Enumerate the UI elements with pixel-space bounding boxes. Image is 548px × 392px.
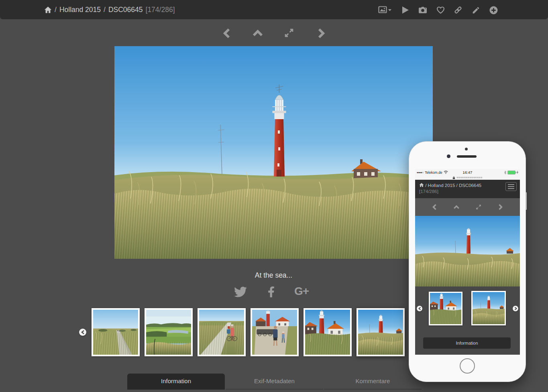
phone-power-button	[526, 192, 527, 210]
phone-information-button: Information	[423, 337, 511, 349]
previous-photo-button[interactable]	[222, 28, 231, 39]
home-icon[interactable]	[44, 6, 52, 14]
edit-pencil-button[interactable]	[471, 5, 481, 15]
slideshow-play-button[interactable]	[400, 5, 410, 15]
facebook-share-icon[interactable]	[268, 286, 275, 298]
next-photo-icon	[498, 204, 503, 210]
thumbnail-dune-path[interactable]	[92, 308, 140, 356]
tab-information[interactable]: Information	[127, 374, 225, 390]
thumbnail-lighthouse-house[interactable]	[304, 308, 352, 356]
battery-icon	[507, 171, 515, 175]
photo-counter: [174/286]	[419, 189, 516, 195]
google-plus-share-icon[interactable]: G+	[294, 285, 309, 298]
breadcrumb-separator: /	[425, 183, 426, 188]
phone-speaker	[457, 155, 477, 158]
photo-counter: [174/286]	[146, 6, 175, 14]
thumbnail-green-valley[interactable]	[145, 308, 193, 356]
back-to-album-button[interactable]	[252, 28, 263, 39]
filmstrip-previous-arrow	[417, 306, 422, 311]
breadcrumb-separator: /	[104, 6, 106, 14]
photo-sizes-button[interactable]	[378, 5, 392, 15]
tab-kommentare[interactable]: Kommentare	[324, 374, 422, 390]
caret-down-icon	[388, 9, 391, 11]
tab-exif-metadaten[interactable]: Exif-Metadaten	[226, 374, 323, 390]
camera-download-button[interactable]	[418, 5, 428, 15]
browser-url: ≈≈≈≈≈≈≈≈≈≈≈≈≈≈	[456, 176, 483, 179]
breadcrumb-album-link[interactable]: Holland 2015	[59, 6, 101, 14]
breadcrumb-separator: /	[55, 6, 57, 14]
phone-breadcrumb-bar: / Holland 2015 / DSC06645 [174/286]	[415, 180, 520, 198]
clock: 16:47	[415, 170, 520, 175]
thumbnail-current-photo	[471, 291, 506, 325]
home-icon	[419, 183, 424, 187]
fullscreen-expand-button[interactable]	[283, 27, 295, 39]
fullscreen-expand-icon	[475, 204, 482, 210]
twitter-share-icon[interactable]	[234, 286, 247, 297]
phone-status-bar: ●●●●○ Telekom.de 16:47	[415, 169, 520, 180]
permalink-chain-button[interactable]	[453, 5, 463, 15]
thumbnail-current-photo[interactable]	[357, 308, 405, 356]
photo-caption: At the sea...	[114, 271, 433, 280]
breadcrumb: / Holland 2015 / DSC06645 [174/286]	[44, 0, 175, 19]
thumbnail-bike-path[interactable]	[198, 308, 246, 356]
phone-screen: ●●●●○ Telekom.de 16:47	[415, 169, 520, 355]
breadcrumb-separator: /	[456, 183, 458, 188]
filmstrip-previous-arrow[interactable]	[79, 329, 86, 336]
breadcrumb-album: Holland 2015	[428, 183, 455, 188]
menu-hamburger-icon	[505, 182, 517, 191]
phone-photo-navigation	[415, 198, 520, 216]
lock-icon	[452, 176, 455, 179]
filmstrip-next-arrow	[513, 306, 518, 311]
back-to-album-icon	[453, 204, 460, 210]
next-photo-button[interactable]	[317, 28, 326, 39]
thumbnail-lighthouse-house	[429, 292, 462, 325]
favorite-heart-button[interactable]	[436, 5, 445, 15]
toolbar-actions	[378, 5, 498, 15]
thumbnail-family-bikes[interactable]	[251, 308, 299, 356]
detail-tabs: Information Exif-Metadaten Kommentare	[127, 374, 422, 390]
photo-gallery-page: / Holland 2015 / DSC06645 [174/286]	[0, 0, 548, 392]
main-photo-lighthouse[interactable]	[114, 46, 433, 259]
breadcrumb-photo: DSC06645	[459, 183, 481, 188]
share-row: G+	[114, 284, 433, 304]
phone-main-photo	[415, 216, 520, 286]
breadcrumb-photo-name: DSC06645	[108, 6, 143, 14]
phone-mockup: ●●●●○ Telekom.de 16:47	[409, 141, 526, 382]
previous-photo-icon	[432, 204, 437, 210]
top-bar: / Holland 2015 / DSC06645 [174/286]	[0, 0, 548, 19]
phone-sensor-dot	[465, 148, 468, 150]
add-plus-button[interactable]	[489, 5, 498, 15]
phone-front-camera	[447, 154, 450, 158]
phone-home-button	[460, 358, 475, 374]
